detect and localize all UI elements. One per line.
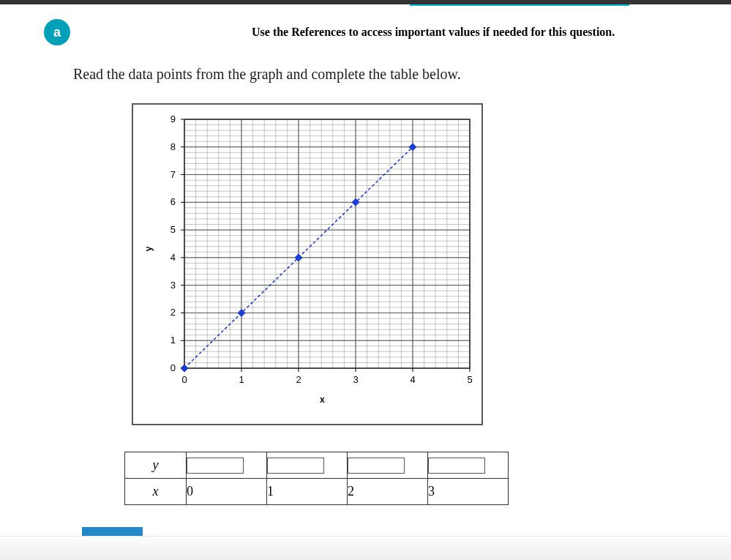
references-text: Use the References to access important v… bbox=[252, 26, 615, 39]
x-cell-2: 2 bbox=[348, 479, 428, 505]
svg-text:6: 6 bbox=[170, 196, 176, 207]
data-table: y x 0 1 2 3 bbox=[124, 452, 509, 505]
svg-text:7: 7 bbox=[170, 169, 176, 180]
table-row-y: y bbox=[125, 452, 509, 479]
y-axis-label: y bbox=[143, 247, 154, 252]
svg-rect-88 bbox=[184, 119, 470, 368]
svg-text:2: 2 bbox=[170, 307, 176, 318]
svg-text:1: 1 bbox=[170, 335, 176, 346]
part-badge: a bbox=[44, 19, 70, 45]
chart-plot: 0123450123456789 bbox=[133, 105, 484, 427]
chart-frame: 0123450123456789 y x bbox=[132, 103, 483, 425]
x-cell-0: 0 bbox=[187, 479, 267, 505]
svg-text:4: 4 bbox=[410, 374, 415, 385]
svg-text:5: 5 bbox=[170, 224, 176, 235]
row-label-y: y bbox=[125, 452, 187, 479]
svg-text:3: 3 bbox=[353, 374, 358, 385]
svg-text:4: 4 bbox=[170, 252, 176, 263]
x-cell-1: 1 bbox=[267, 479, 348, 505]
y-input-0[interactable] bbox=[187, 458, 244, 474]
svg-text:0: 0 bbox=[181, 374, 187, 385]
y-input-3[interactable] bbox=[428, 458, 485, 474]
y-input-1[interactable] bbox=[267, 458, 324, 474]
svg-text:0: 0 bbox=[170, 362, 176, 373]
row-label-x: x bbox=[125, 479, 187, 505]
y-input-2[interactable] bbox=[348, 458, 405, 474]
svg-text:1: 1 bbox=[239, 374, 244, 385]
svg-text:3: 3 bbox=[170, 280, 176, 291]
svg-text:9: 9 bbox=[170, 113, 176, 124]
svg-text:8: 8 bbox=[170, 141, 176, 152]
x-axis-label: x bbox=[320, 395, 325, 405]
instruction-text: Read the data points from the graph and … bbox=[73, 66, 687, 83]
svg-text:2: 2 bbox=[296, 374, 301, 385]
svg-text:5: 5 bbox=[467, 374, 472, 385]
bottom-shadow bbox=[0, 536, 731, 560]
x-cell-3: 3 bbox=[428, 479, 509, 505]
table-row-x: x 0 1 2 3 bbox=[125, 479, 509, 505]
